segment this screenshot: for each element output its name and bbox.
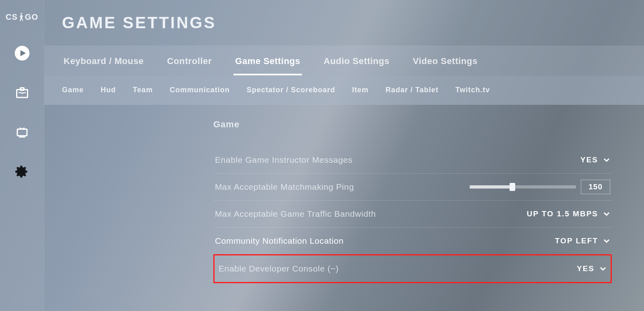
subtab-hud[interactable]: Hud [101,86,116,94]
dropdown-value: YES [580,156,598,164]
slider-thumb[interactable] [510,183,515,191]
logo-text-left: CS [6,12,18,22]
logo-text-right: GO [25,12,38,22]
subtab-item[interactable]: Item [352,86,369,94]
row-label: Max Acceptable Game Traffic Bandwidth [215,209,376,219]
row-game-instructor: Enable Game Instructor Messages YES [213,147,612,174]
row-community-notification: Community Notification Location TOP LEFT [213,228,612,255]
dropdown-value: YES [577,264,594,273]
inventory-icon[interactable] [14,85,30,101]
sidebar: CS GO [0,0,44,311]
subtab-spectator[interactable]: Spectator / Scoreboard [247,86,335,94]
subtab-communication[interactable]: Communication [170,86,230,94]
page-title: GAME SETTINGS [62,14,216,32]
row-label: Enable Game Instructor Messages [215,155,353,165]
tab-game-settings[interactable]: Game Settings [233,47,302,75]
settings-pane: Game Enable Game Instructor Messages YES… [44,105,644,311]
svg-rect-3 [17,129,27,136]
chevron-down-icon [603,237,610,245]
slider-matchmaking-ping[interactable]: 150 [470,180,610,194]
soldier-icon [19,12,24,22]
tabs-major: Keyboard / Mouse Controller Game Setting… [44,46,644,76]
tab-controller[interactable]: Controller [165,47,213,75]
slider-track[interactable] [470,185,576,189]
tab-video-settings[interactable]: Video Settings [411,47,479,75]
subtab-game[interactable]: Game [62,86,84,94]
row-matchmaking-ping: Max Acceptable Matchmaking Ping 150 [213,174,612,201]
row-developer-console: Enable Developer Console (~) YES [213,254,612,283]
settings-icon[interactable] [14,164,30,180]
chevron-down-icon [603,210,610,218]
dropdown-developer-console[interactable]: YES [577,264,607,273]
row-label: Community Notification Location [215,236,344,246]
section-heading-game: Game [213,119,612,130]
title-bar: GAME SETTINGS [44,0,644,46]
subtab-team[interactable]: Team [133,86,153,94]
dropdown-value: UP TO 1.5 MBPS [527,209,598,218]
row-label: Enable Developer Console (~) [219,264,339,274]
csgo-logo: CS GO [6,12,38,22]
chevron-down-icon [603,156,610,164]
dropdown-value: TOP LEFT [555,236,598,245]
slider-fill [470,185,512,189]
subtab-radar[interactable]: Radar / Tablet [386,86,439,94]
dropdown-community-notification[interactable]: TOP LEFT [555,236,610,245]
slider-value[interactable]: 150 [581,180,610,194]
main: GAME SETTINGS Keyboard / Mouse Controlle… [44,0,644,311]
tabs-minor: Game Hud Team Communication Spectator / … [44,76,644,105]
row-traffic-bandwidth: Max Acceptable Game Traffic Bandwidth UP… [213,201,612,228]
play-icon[interactable] [14,45,30,61]
subtab-twitch[interactable]: Twitch.tv [456,86,490,94]
dropdown-game-instructor[interactable]: YES [580,156,610,164]
watch-icon[interactable] [14,124,30,140]
chevron-down-icon [599,265,607,272]
dropdown-traffic-bandwidth[interactable]: UP TO 1.5 MBPS [527,209,610,218]
row-label: Max Acceptable Matchmaking Ping [215,182,354,192]
tab-keyboard-mouse[interactable]: Keyboard / Mouse [62,47,145,75]
tab-audio-settings[interactable]: Audio Settings [322,47,391,75]
